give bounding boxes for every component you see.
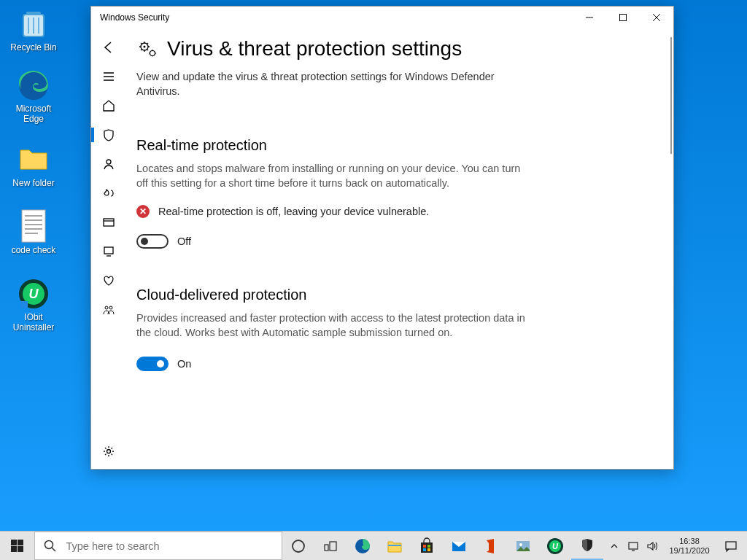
- svg-point-35: [519, 543, 522, 546]
- svg-text:U: U: [29, 287, 39, 301]
- tray-network-icon[interactable]: [627, 540, 640, 553]
- svg-rect-30: [427, 545, 430, 548]
- tray-chevron-icon[interactable]: [608, 540, 621, 553]
- svg-rect-7: [20, 301, 28, 308]
- firewall-nav-icon[interactable]: [94, 179, 123, 208]
- svg-rect-19: [18, 540, 23, 545]
- svg-rect-20: [11, 546, 17, 552]
- taskbar-store-icon[interactable]: [411, 532, 443, 560]
- taskbar-security-icon[interactable]: [571, 532, 603, 560]
- back-button[interactable]: [94, 33, 123, 62]
- page-subtitle: View and update the virus & threat prote…: [136, 69, 516, 99]
- search-icon: [44, 540, 57, 553]
- svg-point-16: [144, 46, 146, 48]
- recycle-bin-icon[interactable]: Recycle Bin: [6, 6, 61, 61]
- svg-point-14: [107, 450, 111, 454]
- cortana-button[interactable]: [282, 532, 314, 560]
- nav-sidebar: [91, 28, 126, 469]
- hamburger-button[interactable]: [94, 62, 123, 91]
- health-nav-icon[interactable]: [94, 266, 123, 295]
- minimize-button[interactable]: [573, 7, 606, 28]
- close-button[interactable]: [640, 7, 673, 28]
- svg-text:U: U: [552, 542, 559, 551]
- svg-rect-27: [388, 545, 401, 546]
- svg-point-23: [293, 540, 304, 552]
- cloud-section: Cloud-delivered protection Provides incr…: [136, 287, 651, 371]
- home-nav-icon[interactable]: [94, 91, 123, 120]
- desktop-icon-label: New folder: [12, 178, 54, 188]
- window-title: Windows Security: [100, 12, 573, 23]
- cloud-toggle[interactable]: [136, 357, 169, 371]
- browser-icon: [16, 69, 51, 102]
- edge-icon[interactable]: Microsoft Edge: [6, 69, 61, 124]
- iobit-icon[interactable]: U IObit Uninstaller: [6, 277, 61, 332]
- tray-volume-icon[interactable]: [646, 540, 659, 553]
- realtime-section: Real-time protection Locates and stops m…: [136, 137, 651, 249]
- svg-rect-8: [620, 15, 627, 21]
- svg-rect-18: [11, 540, 17, 545]
- svg-rect-10: [104, 219, 114, 226]
- svg-rect-1: [26, 12, 41, 15]
- taskbar-mail-icon[interactable]: [443, 532, 475, 560]
- taskbar: U 16:38 19/11/2020: [0, 531, 747, 560]
- taskbar-edge-icon[interactable]: [347, 532, 379, 560]
- realtime-toggle-label: Off: [177, 236, 191, 247]
- shield-nav-icon[interactable]: [94, 120, 123, 149]
- maximize-button[interactable]: [606, 7, 640, 28]
- svg-rect-25: [330, 542, 336, 551]
- trash-icon: [16, 6, 51, 41]
- svg-point-13: [109, 306, 112, 309]
- windows-security-window: Windows Security Virus & threat protecti…: [90, 6, 674, 470]
- svg-rect-24: [325, 545, 328, 551]
- svg-rect-29: [423, 545, 426, 548]
- svg-point-22: [45, 540, 53, 548]
- document-icon: [16, 209, 51, 244]
- desktop-icon-label: Microsoft Edge: [6, 104, 61, 124]
- svg-point-12: [105, 306, 108, 309]
- svg-point-9: [107, 160, 111, 164]
- svg-rect-32: [427, 548, 430, 551]
- realtime-warning: Real-time protection is off, leaving you…: [158, 206, 429, 217]
- desktop-icon-label: code check: [12, 245, 56, 255]
- realtime-heading: Real-time protection: [136, 137, 651, 154]
- content-area: Virus & threat protection settings View …: [126, 28, 673, 469]
- device-nav-icon[interactable]: [94, 237, 123, 266]
- taskbar-office-icon[interactable]: [475, 532, 507, 560]
- clock-date: 19/11/2020: [669, 546, 709, 556]
- task-view-button[interactable]: [314, 532, 347, 560]
- desktop-icon-label: IObit Uninstaller: [6, 312, 61, 332]
- svg-rect-31: [423, 548, 426, 551]
- svg-rect-28: [421, 542, 433, 553]
- titlebar[interactable]: Windows Security: [91, 7, 673, 28]
- search-input[interactable]: [66, 540, 273, 552]
- cloud-toggle-label: On: [177, 358, 191, 370]
- realtime-desc: Locates and stops malware from installin…: [136, 161, 530, 191]
- svg-rect-39: [629, 542, 638, 549]
- folder-glyph-icon: [16, 141, 51, 176]
- text-file-icon[interactable]: code check: [6, 209, 61, 264]
- taskbar-photos-icon[interactable]: [507, 532, 539, 560]
- app-control-nav-icon[interactable]: [94, 208, 123, 237]
- cloud-desc: Provides increased and faster protection…: [136, 311, 530, 341]
- svg-rect-21: [18, 546, 23, 552]
- folder-icon[interactable]: New folder: [6, 141, 61, 197]
- clock-time: 16:38: [679, 537, 700, 546]
- app-icon: U: [16, 277, 51, 311]
- realtime-toggle[interactable]: [136, 234, 169, 249]
- search-box[interactable]: [34, 532, 282, 560]
- family-nav-icon[interactable]: [94, 295, 123, 324]
- start-button[interactable]: [0, 532, 34, 560]
- settings-nav-icon[interactable]: [94, 437, 123, 466]
- error-icon: ✕: [136, 205, 150, 218]
- svg-rect-11: [104, 247, 113, 254]
- svg-point-17: [150, 51, 155, 56]
- cloud-heading: Cloud-delivered protection: [136, 287, 651, 303]
- svg-rect-40: [726, 542, 736, 549]
- taskbar-clock[interactable]: 16:38 19/11/2020: [663, 532, 715, 560]
- action-center-button[interactable]: [716, 532, 747, 560]
- scrollbar-indicator[interactable]: [670, 37, 672, 154]
- desktop-icon-label: Recycle Bin: [10, 42, 56, 52]
- taskbar-iobit-icon[interactable]: U: [539, 532, 571, 560]
- account-nav-icon[interactable]: [94, 149, 123, 179]
- taskbar-explorer-icon[interactable]: [379, 532, 411, 560]
